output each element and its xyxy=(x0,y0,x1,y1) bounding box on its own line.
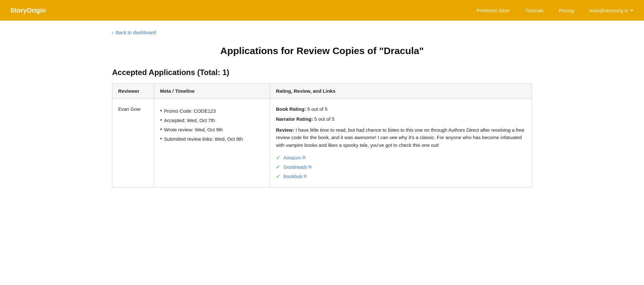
review-paragraph: Review: I have little time to read, but … xyxy=(276,126,526,149)
table-row: Evan Gow Promo Code: CODE123 Accepted: W… xyxy=(112,99,532,187)
col-header-reviewer: Reviewer xyxy=(112,84,154,99)
external-link-icon-amazon: ⧉ xyxy=(302,155,305,160)
meta-promo-code: Promo Code: CODE123 xyxy=(160,106,264,116)
accepted-applications-title: Accepted Applications (Total: 1) xyxy=(112,68,532,77)
col-header-rating: Rating, Review, and Links xyxy=(270,84,532,99)
meta-submitted-links: Submitted review links: Wed, Oct 9th xyxy=(160,134,264,144)
amazon-link[interactable]: Amazon ⧉ xyxy=(283,155,305,160)
cell-meta-timeline: Promo Code: CODE123 Accepted: Wed, Oct 7… xyxy=(154,99,270,187)
col-header-meta: Meta / Timeline xyxy=(154,84,270,99)
narrator-rating-label: Narrator Rating: xyxy=(276,116,313,122)
applications-table: Reviewer Meta / Timeline Rating, Review,… xyxy=(112,83,532,187)
cell-reviewer-name: Evan Gow xyxy=(112,99,154,187)
nav-link-tutorials[interactable]: Tutorials xyxy=(525,8,544,13)
table-body: Evan Gow Promo Code: CODE123 Accepted: W… xyxy=(112,99,532,187)
book-rating-value: 5 out of 5 xyxy=(308,106,328,112)
link-item-goodreads: ✓ Goodreads ⧉ xyxy=(276,164,526,170)
check-icon-amazon: ✓ xyxy=(276,155,280,161)
nav-link-pricing[interactable]: Pricing xyxy=(559,8,574,13)
table-header: Reviewer Meta / Timeline Rating, Review,… xyxy=(112,84,532,99)
bookbub-link[interactable]: Bookbub ⧉ xyxy=(283,174,307,179)
book-rating-label: Book Rating: xyxy=(276,106,306,112)
narrator-rating-row: Narrator Rating: 5 out of 5 xyxy=(276,116,526,122)
nav-link-preferred-store[interactable]: Preferred Store xyxy=(477,8,510,13)
check-icon-goodreads: ✓ xyxy=(276,164,280,170)
page-content: ‹ Back to dashboard Applications for Rev… xyxy=(97,21,547,203)
nav-brand[interactable]: StoryOrigin xyxy=(10,7,477,14)
header-row: Reviewer Meta / Timeline Rating, Review,… xyxy=(112,84,532,99)
goodreads-link-label: Goodreads xyxy=(283,164,307,170)
goodreads-link[interactable]: Goodreads ⧉ xyxy=(283,164,311,170)
amazon-link-label: Amazon xyxy=(283,155,301,160)
nav-links: Preferred Store Tutorials Pricing evan@s… xyxy=(477,8,634,13)
back-to-dashboard-link[interactable]: ‹ Back to dashboard xyxy=(112,30,156,35)
review-label: Review: xyxy=(276,127,294,133)
bookbub-link-label: Bookbub xyxy=(283,174,302,179)
narrator-rating-value: 5 out of 5 xyxy=(314,116,335,122)
cell-rating-review: Book Rating: 5 out of 5 Narrator Rating:… xyxy=(270,99,532,187)
review-body: I have little time to read, but had chan… xyxy=(276,127,524,148)
meta-wrote-review: Wrote review: Wed, Oct 9th xyxy=(160,125,264,134)
chevron-down-icon: ▼ xyxy=(630,8,634,12)
navbar: StoryOrigin Preferred Store Tutorials Pr… xyxy=(0,0,644,21)
meta-accepted-date: Accepted: Wed, Oct 7th xyxy=(160,116,264,125)
chevron-left-icon: ‹ xyxy=(112,30,114,35)
book-rating-row: Book Rating: 5 out of 5 xyxy=(276,106,526,112)
review-links-list: ✓ Amazon ⧉ ✓ Goodreads ⧉ xyxy=(276,155,526,179)
nav-user-email: evan@storyorig.in xyxy=(589,8,628,13)
nav-user-menu[interactable]: evan@storyorig.in ▼ xyxy=(589,8,634,13)
check-icon-bookbub: ✓ xyxy=(276,173,280,179)
external-link-icon-bookbub: ⧉ xyxy=(304,174,307,179)
page-title: Applications for Review Copies of "Dracu… xyxy=(112,45,532,56)
link-item-bookbub: ✓ Bookbub ⧉ xyxy=(276,173,526,179)
external-link-icon-goodreads: ⧉ xyxy=(308,164,311,169)
back-link-label: Back to dashboard xyxy=(116,30,156,35)
link-item-amazon: ✓ Amazon ⧉ xyxy=(276,155,526,161)
meta-list: Promo Code: CODE123 Accepted: Wed, Oct 7… xyxy=(160,106,264,144)
